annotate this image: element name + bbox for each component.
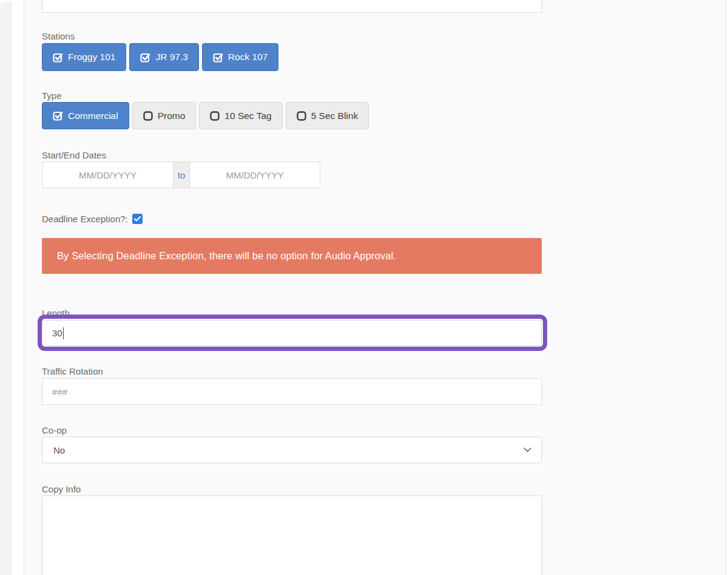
deadline-exception-checkbox[interactable]	[132, 214, 143, 224]
length-input[interactable]: 30	[42, 320, 542, 346]
empty-checkbox-icon	[210, 111, 220, 121]
station-toggle-label: JR 97.3	[155, 52, 187, 63]
form-page: Stations Froggy 101 JR 97.3	[24, 0, 726, 575]
checked-checkbox-icon	[213, 52, 223, 63]
type-toggle-label: Promo	[158, 111, 186, 121]
date-range-separator: to	[173, 162, 190, 188]
traffic-rotation-label: Traffic Rotation	[42, 366, 542, 377]
alert-text: By Selecting Deadline Exception, there w…	[57, 250, 396, 262]
coop-selected-value: No	[53, 445, 65, 455]
type-toggle-10sectag[interactable]: 10 Sec Tag	[199, 102, 282, 129]
partial-top-input[interactable]	[42, 0, 542, 13]
station-toggle-jr973[interactable]: JR 97.3	[129, 43, 198, 71]
checked-checkbox-icon	[53, 111, 63, 121]
copy-info-textarea[interactable]	[42, 495, 542, 575]
length-label: Length	[42, 307, 542, 319]
type-button-group: Commercial Promo 10 Sec Tag	[42, 102, 542, 129]
coop-label: Co-op	[42, 424, 542, 436]
text-cursor	[63, 327, 64, 339]
type-label: Type	[42, 90, 542, 101]
type-toggle-label: Commercial	[68, 111, 118, 121]
empty-checkbox-icon	[297, 111, 306, 121]
station-toggle-label: Froggy 101	[68, 52, 115, 63]
stations-label: Stations	[42, 30, 542, 42]
deadline-exception-label: Deadline Exception?:	[42, 213, 128, 225]
type-toggle-label: 5 Sec Blink	[311, 111, 359, 121]
stations-section: Stations Froggy 101 JR 97.3	[42, 30, 542, 71]
stations-button-group: Froggy 101 JR 97.3 Rock 107	[42, 43, 542, 71]
type-toggle-label: 10 Sec Tag	[224, 111, 271, 121]
copy-info-label: Copy Info	[42, 483, 542, 495]
coop-select[interactable]: No	[42, 437, 542, 463]
type-toggle-promo[interactable]: Promo	[132, 102, 197, 129]
end-date-input[interactable]	[190, 162, 320, 188]
copy-info-section: Copy Info	[42, 483, 542, 575]
station-toggle-froggy101[interactable]: Froggy 101	[42, 43, 126, 71]
window-left-strip	[0, 1, 12, 575]
station-toggle-label: Rock 107	[228, 52, 268, 63]
start-date-input[interactable]	[42, 162, 173, 188]
type-section: Type Commercial Promo	[42, 90, 542, 129]
date-range-group: to	[42, 162, 320, 188]
length-value: 30	[52, 328, 62, 338]
empty-checkbox-icon	[143, 111, 153, 121]
type-toggle-5secblink[interactable]: 5 Sec Blink	[286, 102, 369, 129]
check-icon	[134, 216, 141, 222]
checked-checkbox-icon	[140, 52, 150, 63]
deadline-warning-alert: By Selecting Deadline Exception, there w…	[42, 238, 542, 274]
traffic-rotation-section: Traffic Rotation	[42, 366, 542, 405]
dates-label: Start/End Dates	[42, 149, 542, 161]
chevron-down-icon	[524, 447, 531, 452]
coop-section: Co-op No	[42, 424, 542, 463]
deadline-exception-row: Deadline Exception?:	[42, 213, 542, 225]
traffic-rotation-input[interactable]	[42, 378, 542, 405]
type-toggle-commercial[interactable]: Commercial	[42, 102, 129, 129]
station-toggle-rock107[interactable]: Rock 107	[202, 43, 278, 71]
checked-checkbox-icon	[53, 52, 63, 63]
dates-section: Start/End Dates to	[42, 149, 542, 188]
length-section: Length 30	[42, 307, 542, 346]
